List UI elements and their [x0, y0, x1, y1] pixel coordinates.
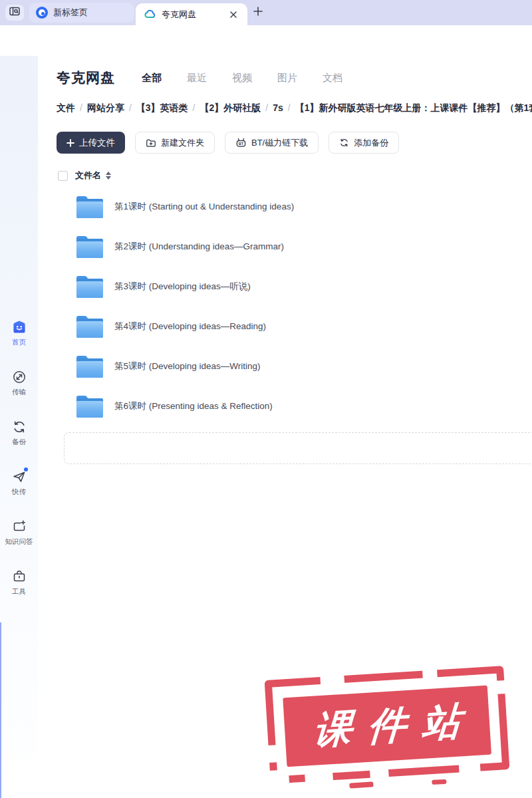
file-name: 第5课时 (Developing ideas—Writing) — [114, 360, 261, 372]
file-name: 第6课时 (Presenting ideas & Reflection) — [114, 400, 273, 412]
upload-file-label: 上传文件 — [79, 137, 115, 149]
close-icon[interactable] — [227, 9, 239, 21]
file-row[interactable]: 第1课时 (Starting out & Understanding ideas… — [38, 187, 532, 227]
toolbox-icon — [11, 569, 27, 585]
breadcrumb-item-current: 【1】新外研版英语七年级上册：上课课件【推荐】（第1套 — [295, 102, 532, 113]
browser-toolbar — [0, 25, 532, 56]
browser-tab-quark-drive[interactable]: 夸克网盘 — [136, 3, 247, 25]
file-table-header: 文件名 — [58, 170, 111, 182]
file-name: 第1课时 (Starting out & Understanding ideas… — [114, 201, 294, 213]
folder-icon — [76, 196, 103, 218]
watermark-stamp: 课件站 — [265, 666, 510, 784]
add-backup-label: 添加备份 — [354, 137, 388, 149]
transfer-icon — [11, 369, 27, 385]
sidebar-item-label: 知识问答 — [5, 537, 33, 547]
file-row[interactable]: 第4课时 (Developing ideas—Reading) — [38, 307, 532, 346]
sidebar-item-label: 工具 — [12, 587, 26, 597]
home-smile-icon — [11, 319, 27, 335]
folder-icon — [76, 356, 103, 378]
filename-column-header: 文件名 — [75, 170, 101, 182]
breadcrumb-item[interactable]: 网站分享 — [87, 102, 124, 113]
sync-icon — [339, 138, 349, 148]
breadcrumb-separator: / — [129, 102, 132, 113]
file-row[interactable]: 第2课时 (Understanding ideas—Grammar) — [38, 227, 532, 267]
browser-tab-bar: 新标签页 夸克网盘 — [0, 0, 532, 25]
folder-icon — [76, 236, 103, 258]
folder-icon — [76, 276, 103, 298]
sidebar-item-home[interactable]: 首页 — [0, 319, 38, 347]
plus-icon — [66, 139, 74, 147]
left-edge-indicator — [0, 622, 1, 798]
app-brand-title: 夸克网盘 — [57, 68, 115, 87]
quark-cloud-icon — [144, 8, 156, 21]
action-buttons: 上传文件 新建文件夹 BT — [57, 132, 399, 154]
sort-desc-icon — [106, 176, 111, 180]
file-name: 第2课时 (Understanding ideas—Grammar) — [114, 241, 284, 253]
window-search-icon — [9, 5, 21, 20]
breadcrumb-item[interactable]: 【3】英语类 — [136, 102, 188, 113]
sidebar-item-quick-send[interactable]: 快传 — [0, 469, 38, 497]
sync-icon — [11, 419, 27, 435]
folder-icon — [76, 396, 103, 418]
tab-title: 夸克网盘 — [162, 9, 222, 21]
bt-icon: BT — [235, 137, 247, 148]
tab-recent[interactable]: 最近 — [187, 72, 207, 84]
tab-title: 新标签页 — [53, 7, 88, 19]
tab-all[interactable]: 全部 — [142, 72, 162, 84]
notification-dot — [24, 467, 28, 471]
tab-image[interactable]: 图片 — [277, 72, 297, 84]
tab-document[interactable]: 文档 — [323, 72, 342, 84]
upload-dropzone[interactable] — [64, 432, 532, 464]
sidebar-item-label: 首页 — [12, 338, 26, 347]
add-backup-button[interactable]: 添加备份 — [329, 132, 399, 154]
file-list: 第1课时 (Starting out & Understanding ideas… — [38, 187, 532, 426]
stamp-body: 课件站 — [283, 686, 491, 767]
tab-video[interactable]: 视频 — [232, 72, 252, 84]
file-row[interactable]: 第6课时 (Presenting ideas & Reflection) — [38, 386, 532, 426]
upload-file-button[interactable]: 上传文件 — [57, 132, 125, 154]
sidebar-item-tools[interactable]: 工具 — [0, 569, 38, 597]
bt-download-label: BT/磁力链下载 — [251, 137, 308, 149]
sidebar-item-backup[interactable]: 备份 — [0, 419, 38, 447]
breadcrumb-separator: / — [193, 102, 196, 113]
sort-asc-icon — [106, 172, 111, 175]
knowledge-icon — [11, 519, 27, 535]
plus-icon — [253, 7, 263, 19]
stamp-text: 课件站 — [296, 695, 478, 758]
quick-send-icon — [11, 469, 27, 485]
svg-text:BT: BT — [239, 142, 244, 146]
sidebar-item-label: 备份 — [12, 438, 26, 447]
breadcrumb-separator: / — [265, 102, 268, 113]
sort-toggle[interactable] — [106, 172, 111, 180]
breadcrumb-item[interactable]: 文件 — [57, 102, 75, 113]
new-folder-label: 新建文件夹 — [161, 137, 204, 149]
new-folder-icon — [146, 138, 156, 148]
category-tabs: 全部 最近 视频 图片 文档 — [142, 72, 342, 84]
breadcrumb-item[interactable]: 【2】外研社版 — [200, 102, 261, 113]
sidebar-item-label: 快传 — [12, 487, 26, 497]
breadcrumb-separator: / — [288, 102, 291, 113]
breadcrumb: 文件/网站分享/【3】英语类/【2】外研社版/7s/【1】新外研版英语七年级上册… — [57, 102, 532, 114]
quark-drive-page: 新标签页 夸克网盘 — [0, 0, 532, 798]
new-folder-button[interactable]: 新建文件夹 — [135, 132, 215, 154]
tab-search-button[interactable] — [5, 5, 24, 21]
sidebar-item-knowledge-qa[interactable]: 知识问答 — [0, 519, 38, 547]
browser-tab-newtab[interactable]: 新标签页 — [29, 3, 134, 23]
header-row: 夸克网盘 全部 最近 视频 图片 文档 — [57, 68, 342, 87]
quark-browser-icon — [36, 7, 48, 19]
select-all-checkbox[interactable] — [58, 171, 68, 181]
file-row[interactable]: 第5课时 (Developing ideas—Writing) — [38, 346, 532, 386]
breadcrumb-item[interactable]: 7s — [273, 102, 283, 113]
sidebar-item-transfer[interactable]: 传输 — [0, 369, 38, 397]
breadcrumb-separator: / — [80, 102, 82, 113]
bt-download-button[interactable]: BT BT/磁力链下载 — [225, 132, 319, 154]
file-row[interactable]: 第3课时 (Developing ideas—听说) — [38, 267, 532, 307]
new-tab-button[interactable] — [251, 6, 265, 19]
file-name: 第3课时 (Developing ideas—听说) — [114, 281, 251, 293]
sidebar-item-label: 传输 — [12, 388, 26, 397]
sidebar-nav: 首页 传输 — [0, 319, 38, 597]
file-name: 第4课时 (Developing ideas—Reading) — [114, 321, 266, 332]
sidebar: 首页 传输 — [0, 56, 38, 798]
folder-icon — [76, 316, 103, 338]
